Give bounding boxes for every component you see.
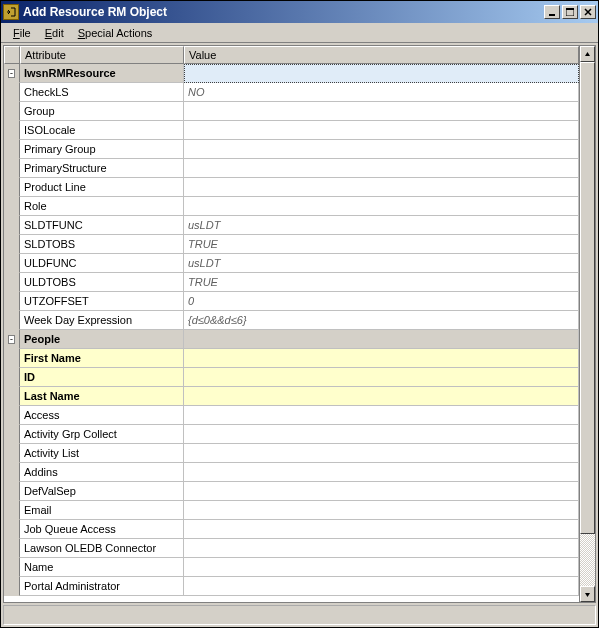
toggle-cell[interactable]: - (4, 330, 20, 349)
value-cell[interactable]: TRUE (184, 273, 579, 292)
value-cell[interactable] (184, 330, 579, 349)
attribute-cell[interactable]: Week Day Expression (20, 311, 184, 330)
value-cell[interactable] (184, 140, 579, 159)
table-row: ULDFUNCusLDT (4, 254, 579, 273)
collapse-toggle[interactable]: - (8, 69, 15, 78)
toggle-cell (4, 577, 20, 596)
attribute-cell[interactable]: Access (20, 406, 184, 425)
attribute-cell[interactable]: ULDTOBS (20, 273, 184, 292)
toggle-cell (4, 235, 20, 254)
attribute-cell[interactable]: Activity Grp Collect (20, 425, 184, 444)
collapse-toggle[interactable]: - (8, 335, 15, 344)
attribute-cell[interactable]: First Name (20, 349, 184, 368)
minimize-button[interactable] (544, 5, 560, 19)
value-cell[interactable] (184, 197, 579, 216)
toggle-cell (4, 368, 20, 387)
header-toggle[interactable] (4, 46, 20, 64)
attribute-cell[interactable]: Email (20, 501, 184, 520)
attribute-cell[interactable]: SLDTOBS (20, 235, 184, 254)
header-attribute[interactable]: Attribute (20, 46, 184, 64)
attribute-cell[interactable]: ID (20, 368, 184, 387)
attribute-cell[interactable]: CheckLS (20, 83, 184, 102)
menu-edit[interactable]: Edit (39, 26, 70, 40)
toggle-cell (4, 83, 20, 102)
window-title: Add Resource RM Object (23, 5, 544, 19)
attribute-cell[interactable]: People (20, 330, 184, 349)
table-row: CheckLSNO (4, 83, 579, 102)
attribute-cell[interactable]: Group (20, 102, 184, 121)
attribute-cell[interactable]: Role (20, 197, 184, 216)
value-cell[interactable] (184, 121, 579, 140)
value-cell[interactable]: usLDT (184, 216, 579, 235)
attribute-cell[interactable]: PrimaryStructure (20, 159, 184, 178)
value-cell[interactable] (184, 482, 579, 501)
svg-rect-0 (549, 14, 555, 16)
value-cell[interactable] (184, 178, 579, 197)
scroll-track[interactable] (580, 62, 595, 586)
value-cell[interactable] (184, 577, 579, 596)
table-row: -People (4, 330, 579, 349)
attribute-cell[interactable]: ISOLocale (20, 121, 184, 140)
value-cell[interactable] (184, 159, 579, 178)
value-cell[interactable] (184, 387, 579, 406)
toggle-cell (4, 311, 20, 330)
value-cell[interactable] (184, 64, 579, 83)
attribute-cell[interactable]: ULDFUNC (20, 254, 184, 273)
table-row: Addins (4, 463, 579, 482)
attribute-cell[interactable]: Lawson OLEDB Connector (20, 539, 184, 558)
property-grid: Attribute Value -IwsnRMResourceCheckLSNO… (4, 46, 579, 602)
value-cell[interactable] (184, 444, 579, 463)
value-cell[interactable]: usLDT (184, 254, 579, 273)
value-cell[interactable] (184, 520, 579, 539)
toggle-cell[interactable]: - (4, 64, 20, 83)
value-cell[interactable] (184, 463, 579, 482)
value-cell[interactable] (184, 102, 579, 121)
scroll-down-button[interactable] (580, 586, 595, 602)
toggle-cell (4, 254, 20, 273)
toggle-cell (4, 216, 20, 235)
table-row: Portal Administrator (4, 577, 579, 596)
menu-special-actions[interactable]: Special Actions (72, 26, 159, 40)
value-cell[interactable]: TRUE (184, 235, 579, 254)
attribute-cell[interactable]: DefValSep (20, 482, 184, 501)
value-cell[interactable] (184, 501, 579, 520)
table-row: First Name (4, 349, 579, 368)
value-cell[interactable] (184, 406, 579, 425)
value-cell[interactable] (184, 368, 579, 387)
attribute-cell[interactable]: Name (20, 558, 184, 577)
toggle-cell (4, 387, 20, 406)
attribute-cell[interactable]: Last Name (20, 387, 184, 406)
attribute-cell[interactable]: Portal Administrator (20, 577, 184, 596)
value-cell[interactable] (184, 558, 579, 577)
value-cell[interactable] (184, 539, 579, 558)
value-cell[interactable]: NO (184, 83, 579, 102)
attribute-cell[interactable]: IwsnRMResource (20, 64, 184, 83)
table-row: UTZOFFSET0 (4, 292, 579, 311)
attribute-cell[interactable]: Job Queue Access (20, 520, 184, 539)
value-cell[interactable]: 0 (184, 292, 579, 311)
attribute-cell[interactable]: SLDTFUNC (20, 216, 184, 235)
attribute-cell[interactable]: Activity List (20, 444, 184, 463)
table-row: Activity Grp Collect (4, 425, 579, 444)
toggle-cell (4, 406, 20, 425)
value-cell[interactable]: {d≤0&&d≤6} (184, 311, 579, 330)
maximize-button[interactable] (562, 5, 578, 19)
attribute-cell[interactable]: Addins (20, 463, 184, 482)
header-value[interactable]: Value (184, 46, 579, 64)
vertical-scrollbar[interactable] (579, 46, 595, 602)
menu-file[interactable]: File (7, 26, 37, 40)
scroll-thumb[interactable] (580, 62, 595, 534)
table-row: ISOLocale (4, 121, 579, 140)
scroll-up-button[interactable] (580, 46, 595, 62)
toggle-cell (4, 482, 20, 501)
table-row: Role (4, 197, 579, 216)
value-cell[interactable] (184, 425, 579, 444)
table-row: Last Name (4, 387, 579, 406)
attribute-cell[interactable]: Primary Group (20, 140, 184, 159)
attribute-cell[interactable]: Product Line (20, 178, 184, 197)
titlebar[interactable]: Add Resource RM Object (1, 1, 598, 23)
value-cell[interactable] (184, 349, 579, 368)
close-button[interactable] (580, 5, 596, 19)
toggle-cell (4, 501, 20, 520)
attribute-cell[interactable]: UTZOFFSET (20, 292, 184, 311)
